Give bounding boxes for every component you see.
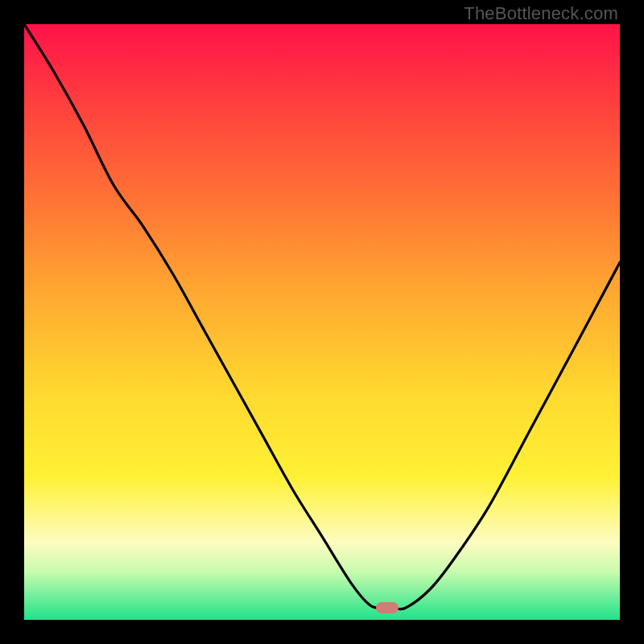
plot-area bbox=[24, 24, 620, 620]
chart-frame: TheBottleneck.com bbox=[0, 0, 644, 644]
watermark-text: TheBottleneck.com bbox=[464, 3, 618, 24]
